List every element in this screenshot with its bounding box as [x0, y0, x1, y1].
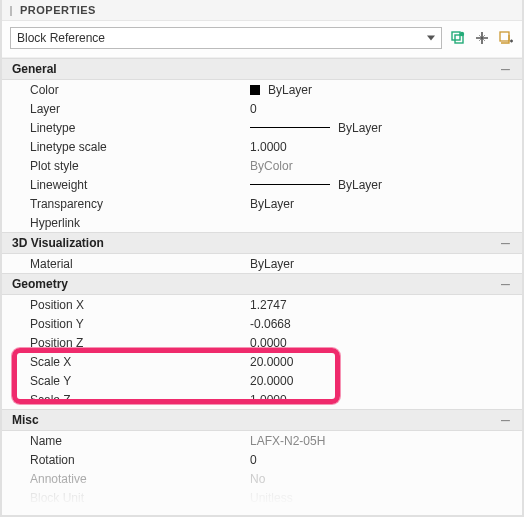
object-type-dropdown[interactable]: Block Reference [10, 27, 442, 49]
value-transparency: ByLayer [250, 197, 522, 211]
label-plot-style: Plot style [2, 159, 250, 173]
svg-rect-3 [500, 32, 509, 41]
row-lineweight[interactable]: Lineweight ByLayer [2, 175, 522, 194]
value-rotation: 0 [250, 453, 522, 467]
label-position-x: Position X [2, 298, 250, 312]
row-plot-style[interactable]: Plot style ByColor [2, 156, 522, 175]
quick-select-icon[interactable] [450, 30, 466, 46]
value-scale-y: 20.0000 [250, 374, 522, 388]
panel-title-bar: PROPERTIES [2, 0, 522, 21]
collapse-icon[interactable]: – [501, 238, 514, 248]
section-misc-header[interactable]: Misc – [2, 409, 522, 431]
value-position-z: 0.0000 [250, 336, 522, 350]
row-layer[interactable]: Layer 0 [2, 99, 522, 118]
value-linetype: ByLayer [250, 121, 522, 135]
collapse-icon[interactable]: – [501, 279, 514, 289]
panel-title: PROPERTIES [20, 4, 96, 16]
toolbar-icons [448, 30, 514, 46]
add-selection-icon[interactable] [474, 30, 490, 46]
label-scale-y: Scale Y [2, 374, 250, 388]
value-name: LAFX-N2-05H [250, 434, 522, 448]
label-color: Color [2, 83, 250, 97]
label-linetype-scale: Linetype scale [2, 140, 250, 154]
row-block-unit[interactable]: Block Unit Unitless [2, 488, 522, 507]
lineweight-preview-icon [250, 184, 330, 185]
value-position-y: -0.0668 [250, 317, 522, 331]
linetype-text: ByLayer [338, 121, 382, 135]
row-linetype[interactable]: Linetype ByLayer [2, 118, 522, 137]
svg-rect-0 [452, 32, 460, 40]
label-transparency: Transparency [2, 197, 250, 211]
label-position-z: Position Z [2, 336, 250, 350]
row-color[interactable]: Color ByLayer [2, 80, 522, 99]
row-material[interactable]: Material ByLayer [2, 254, 522, 273]
row-position-y[interactable]: Position Y -0.0668 [2, 314, 522, 333]
section-3dviz-header[interactable]: 3D Visualization – [2, 232, 522, 254]
object-type-row: Block Reference [2, 21, 522, 58]
color-swatch-icon [250, 85, 260, 95]
row-rotation[interactable]: Rotation 0 [2, 450, 522, 469]
label-scale-x: Scale X [2, 355, 250, 369]
label-lineweight: Lineweight [2, 178, 250, 192]
collapse-icon[interactable]: – [501, 415, 514, 425]
value-scale-x: 20.0000 [250, 355, 522, 369]
color-text: ByLayer [268, 83, 312, 97]
value-scale-z: 1.0000 [250, 393, 522, 407]
section-general-header[interactable]: General – [2, 58, 522, 80]
row-transparency[interactable]: Transparency ByLayer [2, 194, 522, 213]
svg-rect-1 [455, 35, 463, 43]
row-linetype-scale[interactable]: Linetype scale 1.0000 [2, 137, 522, 156]
label-rotation: Rotation [2, 453, 250, 467]
value-lineweight: ByLayer [250, 178, 522, 192]
svg-point-2 [460, 32, 464, 36]
toggle-pickadd-icon[interactable] [498, 30, 514, 46]
label-name: Name [2, 434, 250, 448]
label-position-y: Position Y [2, 317, 250, 331]
lineweight-text: ByLayer [338, 178, 382, 192]
label-block-unit: Block Unit [2, 491, 250, 505]
value-color: ByLayer [250, 83, 522, 97]
row-scale-y[interactable]: Scale Y 20.0000 [2, 371, 522, 390]
section-geometry-title: Geometry [12, 277, 68, 291]
row-annotative[interactable]: Annotative No [2, 469, 522, 488]
value-block-unit: Unitless [250, 491, 522, 505]
value-layer: 0 [250, 102, 522, 116]
label-scale-z: Scale Z [2, 393, 250, 407]
value-plot-style: ByColor [250, 159, 522, 173]
label-annotative: Annotative [2, 472, 250, 486]
row-scale-z[interactable]: Scale Z 1.0000 [2, 390, 522, 409]
row-name[interactable]: Name LAFX-N2-05H [2, 431, 522, 450]
row-hyperlink[interactable]: Hyperlink [2, 213, 522, 232]
value-position-x: 1.2747 [250, 298, 522, 312]
label-linetype: Linetype [2, 121, 250, 135]
section-geometry-header[interactable]: Geometry – [2, 273, 522, 295]
label-layer: Layer [2, 102, 250, 116]
section-general-title: General [12, 62, 57, 76]
row-position-z[interactable]: Position Z 0.0000 [2, 333, 522, 352]
value-annotative: No [250, 472, 522, 486]
section-misc-title: Misc [12, 413, 39, 427]
section-3dviz-title: 3D Visualization [12, 236, 104, 250]
label-material: Material [2, 257, 250, 271]
value-material: ByLayer [250, 257, 522, 271]
row-position-x[interactable]: Position X 1.2747 [2, 295, 522, 314]
value-linetype-scale: 1.0000 [250, 140, 522, 154]
label-hyperlink: Hyperlink [2, 216, 250, 230]
object-type-value: Block Reference [17, 31, 105, 45]
collapse-icon[interactable]: – [501, 64, 514, 74]
linetype-preview-icon [250, 127, 330, 128]
row-scale-x[interactable]: Scale X 20.0000 [2, 352, 522, 371]
grip-icon[interactable] [10, 6, 14, 14]
